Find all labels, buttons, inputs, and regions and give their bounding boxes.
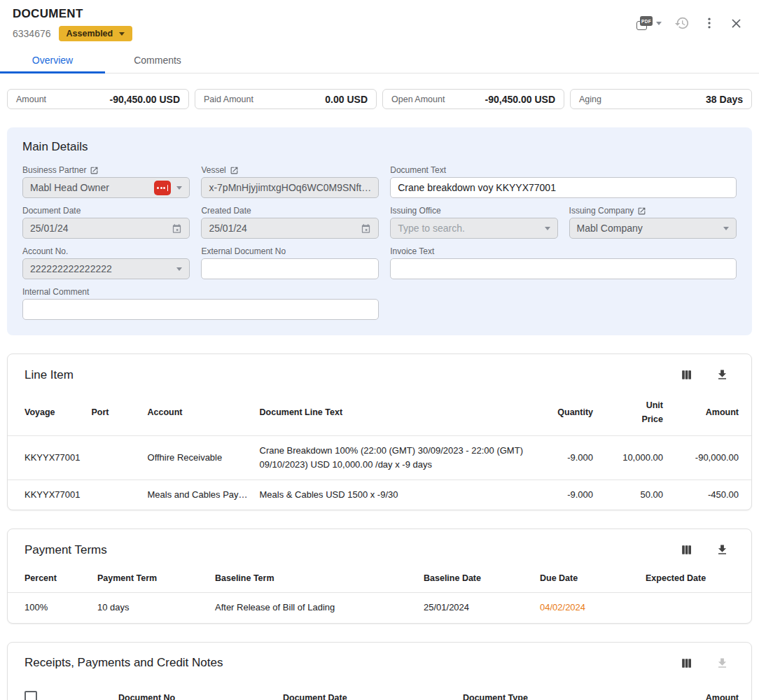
download-icon	[716, 368, 729, 382]
issuing-company-select: Mabl Company	[569, 218, 737, 239]
cell-baseline-date: 25/01/2024	[418, 593, 534, 623]
internal-comment-label: Internal Comment	[22, 287, 89, 297]
download-icon	[716, 657, 729, 670]
col-header-document-no: Document No	[113, 676, 277, 700]
cell-voyage: KKYYX77001	[8, 480, 86, 510]
tab-overview[interactable]: Overview	[0, 47, 105, 73]
account-no-label: Account No.	[22, 246, 68, 256]
close-icon	[729, 16, 744, 31]
issuing-company-label: Issuing Company	[569, 206, 634, 216]
line-item-header-row: Voyage Port Account Document Line Text Q…	[8, 387, 751, 436]
issuing-company-field: Issuing Company Mabl Company	[569, 206, 737, 239]
cell-percent: 100%	[8, 593, 92, 623]
summary-label: Paid Amount	[204, 94, 253, 104]
header-left: DOCUMENT 6334676 Assembled	[13, 7, 132, 41]
summary-card-aging: Aging 38 Days	[570, 89, 752, 109]
document-date-field: Document Date 25/01/24	[22, 206, 190, 239]
more-menu-button[interactable]	[699, 13, 719, 33]
col-header-account: Account	[142, 387, 254, 436]
tab-overview-label: Overview	[32, 55, 73, 66]
line-item-table: Voyage Port Account Document Line Text Q…	[8, 387, 751, 510]
col-header-expected-date: Expected Date	[640, 562, 751, 593]
cell-account: Offhire Receivable	[142, 436, 254, 480]
status-badge[interactable]: Assembled	[59, 26, 133, 41]
select-all-checkbox[interactable]	[25, 691, 37, 700]
summary-label: Amount	[16, 94, 46, 104]
status-badge-label: Assembled	[67, 29, 113, 38]
cell-port	[86, 480, 142, 510]
tab-comments[interactable]: Comments	[105, 47, 210, 73]
cell-amount: -450.00	[669, 480, 751, 510]
col-header-baseline-date: Baseline Date	[418, 562, 534, 593]
summary-value: -90,450.00 USD	[485, 94, 555, 105]
external-link-icon[interactable]	[230, 166, 239, 175]
section-title-main-details: Main Details	[22, 140, 737, 154]
cell-document-line-text: Crane Breakdown 100% (22:00 (GMT) 30/09/…	[254, 436, 537, 480]
payment-terms-download-button[interactable]	[713, 540, 732, 559]
page-title: DOCUMENT	[13, 7, 132, 21]
summary-card-paid-amount: Paid Amount 0.00 USD	[195, 89, 377, 109]
created-date-input: 25/01/24	[201, 218, 379, 239]
chevron-down-icon	[119, 32, 125, 36]
external-document-no-input[interactable]	[209, 263, 371, 274]
summary-value: 0.00 USD	[325, 94, 368, 105]
internal-comment-field: Internal Comment	[22, 287, 379, 320]
cell-expected-date	[640, 593, 751, 623]
history-button[interactable]	[671, 13, 692, 34]
vessel-label: Vessel	[201, 165, 225, 175]
vessel-field: Vessel x-7pMnHjyjimtxgHOq6WC0M9SNft…	[201, 165, 379, 198]
cell-voyage: KKYYX77001	[8, 436, 86, 480]
line-item-download-button[interactable]	[713, 365, 732, 384]
chevron-down-icon	[176, 186, 182, 190]
receipts-download-button	[713, 654, 732, 673]
external-link-icon[interactable]	[637, 206, 646, 216]
business-partner-field: Business Partner Mabl Head Owner	[22, 165, 190, 198]
col-header-voyage: Voyage	[8, 387, 86, 436]
tab-bar: Overview Comments	[0, 47, 759, 74]
col-header-due-date: Due Date	[534, 562, 640, 593]
document-text-input[interactable]	[398, 182, 729, 193]
issuing-company-value: Mabl Company	[577, 223, 718, 234]
line-item-columns-button[interactable]	[677, 365, 696, 384]
business-partner-select: Mabl Head Owner	[22, 177, 190, 198]
payment-terms-card: Payment Terms Percent Payment Term Basel…	[7, 528, 752, 623]
external-document-no-label: External Document No	[201, 246, 286, 256]
external-link-icon[interactable]	[90, 166, 99, 175]
invoice-text-input[interactable]	[398, 263, 729, 274]
cell-baseline-term: After Release of Bill of Lading	[209, 593, 418, 623]
payment-terms-row[interactable]: 100% 10 days After Release of Bill of La…	[8, 593, 751, 623]
cell-account: Meals and Cables Pay…	[142, 480, 254, 510]
issuing-office-select: Type to search.	[390, 218, 557, 239]
issuing-office-placeholder: Type to search.	[398, 223, 538, 234]
col-header-document-line-text: Document Line Text	[254, 387, 537, 436]
col-header-document-date: Document Date	[277, 676, 457, 700]
internal-comment-input[interactable]	[30, 304, 371, 315]
summary-value: -90,450.00 USD	[110, 94, 180, 105]
section-title-receipts: Receipts, Payments and Credit Notes	[25, 656, 223, 670]
chevron-down-icon	[176, 267, 182, 271]
payment-terms-columns-button[interactable]	[677, 540, 696, 559]
receipts-card: Receipts, Payments and Credit Notes Docu…	[7, 642, 752, 700]
header-actions: PDF	[634, 13, 746, 34]
document-text-input-wrap	[390, 177, 737, 198]
document-text-field: Document Text	[390, 165, 737, 198]
account-no-select: 222222222222222	[22, 258, 190, 279]
created-date-label: Created Date	[201, 206, 251, 216]
receipts-columns-button[interactable]	[677, 654, 696, 673]
section-title-payment-terms: Payment Terms	[25, 543, 107, 557]
document-date-input: 25/01/24	[22, 218, 190, 239]
summary-card-amount: Amount -90,450.00 USD	[7, 89, 189, 109]
line-item-row[interactable]: KKYYX77001 Offhire Receivable Crane Brea…	[8, 436, 751, 480]
summary-label: Aging	[579, 94, 601, 104]
invoice-text-wrap	[390, 258, 737, 279]
calendar-icon	[172, 223, 182, 234]
section-title-line-item: Line Item	[25, 368, 74, 382]
export-pdf-button[interactable]: PDF	[634, 13, 664, 33]
pdf-icon: PDF	[636, 16, 653, 30]
line-item-row[interactable]: KKYYX77001 Meals and Cables Pay… Meals &…	[8, 480, 751, 510]
col-header-quantity: Quantity	[537, 387, 599, 436]
close-button[interactable]	[726, 13, 746, 34]
col-header-amount: Amount	[667, 676, 751, 700]
issuing-office-field: Issuing Office Type to search.	[390, 206, 557, 239]
columns-icon	[680, 543, 693, 556]
